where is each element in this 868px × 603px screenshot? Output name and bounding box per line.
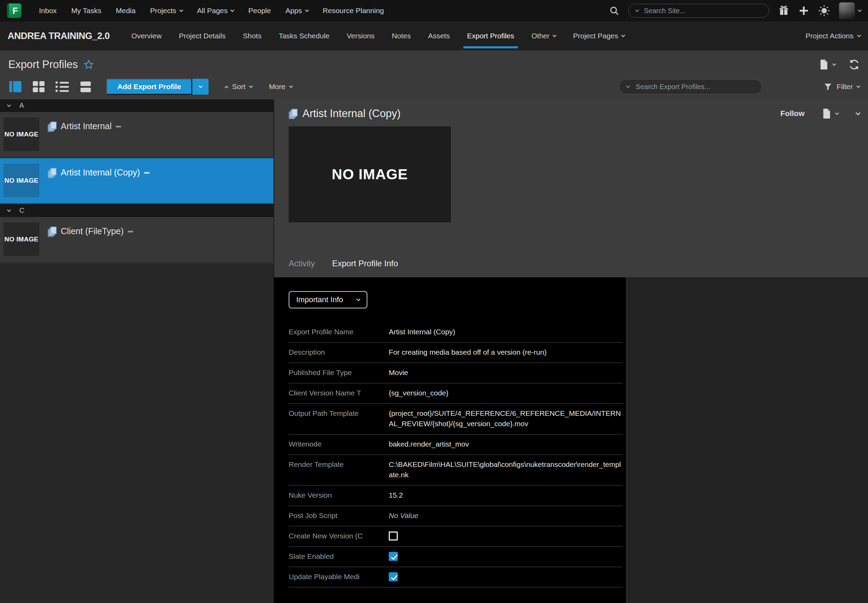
toolbar-right: Filter (619, 79, 860, 94)
field-label: Client Version Name T (289, 388, 377, 398)
site-search-input[interactable] (644, 7, 762, 15)
tab-export-profile-info[interactable]: Export Profile Info (332, 259, 398, 268)
list-item-name: Artist Internal (Copy) (61, 167, 140, 178)
field-label: Slate Enabled (289, 551, 377, 561)
export-profiles-list-panel: A NO IMAGE Artist Internal NO IMAGE (0, 99, 274, 603)
filter-label: Filter (837, 82, 853, 91)
caret-up-icon (225, 86, 229, 90)
collapse-panel-button[interactable] (856, 113, 860, 114)
tab-export-profiles[interactable]: Export Profiles (459, 22, 523, 50)
field-label: Output Path Template (289, 408, 377, 429)
tab-overview[interactable]: Overview (123, 22, 171, 50)
tab-notes[interactable]: Notes (383, 22, 420, 50)
tab-shots[interactable]: Shots (234, 22, 270, 50)
field-value[interactable]: Movie (389, 368, 623, 378)
field-row-create-new-version: Create New Version (C (289, 526, 623, 547)
tab-project-pages[interactable]: Project Pages (565, 22, 633, 50)
export-profile-info-form: Important Info Export Profile Name Artis… (274, 277, 626, 603)
search-icon[interactable] (609, 6, 619, 16)
nav-item-my-tasks[interactable]: My Tasks (64, 0, 108, 22)
chevron-down-icon (7, 208, 11, 212)
detail-page-menu[interactable] (822, 108, 838, 119)
project-actions-menu[interactable]: Project Actions (806, 22, 860, 50)
field-value[interactable]: {sg_version_code} (389, 388, 623, 398)
sort-control[interactable]: Sort (225, 82, 252, 91)
view-list-icon[interactable] (55, 81, 69, 93)
favorite-star-icon[interactable] (83, 59, 94, 70)
add-export-profile-group: Add Export Profile (107, 79, 209, 94)
export-profiles-search-input[interactable] (636, 83, 754, 91)
tab-activity[interactable]: Activity (289, 259, 315, 268)
field-value[interactable]: For creating media based off of a versio… (389, 347, 623, 357)
avatar[interactable] (839, 2, 855, 19)
page-menu[interactable] (820, 59, 836, 70)
nav-item-apps[interactable]: Apps (278, 0, 315, 22)
field-label: Render Template (289, 459, 377, 480)
checkbox[interactable] (389, 572, 398, 581)
nav-item-projects[interactable]: Projects (143, 0, 190, 22)
plus-icon[interactable] (798, 5, 809, 16)
nav-item-resource-planning[interactable]: Resource Planning (315, 0, 391, 22)
detail-title: Artist Internal (Copy) (303, 107, 400, 120)
list-item-artist-internal[interactable]: NO IMAGE Artist Internal (0, 112, 273, 158)
field-value[interactable]: Artist Internal (Copy) (389, 327, 623, 337)
project-name[interactable]: ANDREA TRAINING_2.0 (8, 31, 110, 42)
field-value[interactable]: {project_root}/SUITE/4_REFERENCE/6_REFER… (389, 408, 623, 429)
toolbar: Add Export Profile Sort More (8, 74, 860, 99)
tab-other[interactable]: Other (523, 22, 565, 50)
group-header-a[interactable]: A (0, 99, 273, 112)
add-export-profile-dropdown[interactable] (192, 79, 209, 94)
tab-versions[interactable]: Versions (338, 22, 383, 50)
tab-label: Versions (347, 32, 375, 40)
field-row-output-path-template: Output Path Template {project_root}/SUIT… (289, 404, 623, 434)
tab-label: Notes (392, 32, 411, 40)
nav-item-people[interactable]: People (241, 0, 278, 22)
field-row-post-job-script: Post Job Script No Value (289, 506, 623, 526)
thumbnail-placeholder: NO IMAGE (3, 164, 39, 197)
gift-icon[interactable] (778, 5, 789, 16)
field-value[interactable]: baked.render_artist_mov (389, 439, 623, 449)
site-search-field[interactable] (629, 4, 769, 18)
nav-label: My Tasks (71, 6, 101, 15)
field-value[interactable]: 15.2 (389, 490, 623, 501)
chevron-down-icon (832, 62, 836, 66)
nav-item-media[interactable]: Media (109, 0, 143, 22)
chevron-down-icon[interactable] (635, 8, 639, 12)
tab-project-details[interactable]: Project Details (170, 22, 234, 50)
view-grid-icon[interactable] (32, 81, 46, 93)
field-label: Export Profile Name (289, 327, 377, 337)
list-item-main: Artist Internal (48, 118, 121, 157)
field-label: Published File Type (289, 368, 377, 378)
add-export-profile-button[interactable]: Add Export Profile (107, 79, 192, 94)
group-header-c[interactable]: C (0, 204, 273, 217)
field-value[interactable]: No Value (389, 510, 623, 521)
field-section-dropdown[interactable]: Important Info (289, 291, 368, 308)
brightness-icon[interactable] (818, 5, 830, 17)
chevron-down-icon[interactable] (626, 84, 630, 88)
nav-label: Apps (286, 6, 302, 15)
filter-control[interactable]: Filter (823, 82, 860, 91)
view-master-detail-icon[interactable] (8, 81, 22, 93)
refresh-icon[interactable] (849, 59, 860, 70)
flow-logo-icon[interactable]: F (7, 3, 22, 18)
nav-item-all-pages[interactable]: All Pages (190, 0, 241, 22)
export-profiles-search-field[interactable] (619, 79, 762, 94)
checkbox[interactable] (389, 552, 398, 561)
more-control[interactable]: More (269, 82, 292, 91)
nav-label: Media (116, 6, 136, 15)
detail-body: Important Info Export Profile Name Artis… (274, 277, 868, 603)
view-cards-icon[interactable] (79, 81, 93, 93)
field-value[interactable]: C:\BAKED\Film\HAL\SUITE\global\configs\n… (389, 459, 623, 480)
detail-title-row: Artist Internal (Copy) Follow (289, 99, 860, 122)
tab-assets[interactable]: Assets (420, 22, 459, 50)
nav-item-inbox[interactable]: Inbox (32, 0, 64, 22)
list-item-client-filetype[interactable]: NO IMAGE Client (FileType) (0, 217, 273, 263)
checkbox[interactable] (389, 532, 398, 541)
field-label: Description (289, 347, 377, 357)
view-mode-switcher (8, 81, 93, 93)
list-item-artist-internal-copy[interactable]: NO IMAGE Artist Internal (Copy) (0, 158, 273, 204)
detail-header-actions: Follow (780, 108, 860, 119)
tab-tasks-schedule[interactable]: Tasks Schedule (270, 22, 338, 50)
user-menu[interactable] (839, 2, 861, 19)
follow-button[interactable]: Follow (780, 109, 805, 118)
